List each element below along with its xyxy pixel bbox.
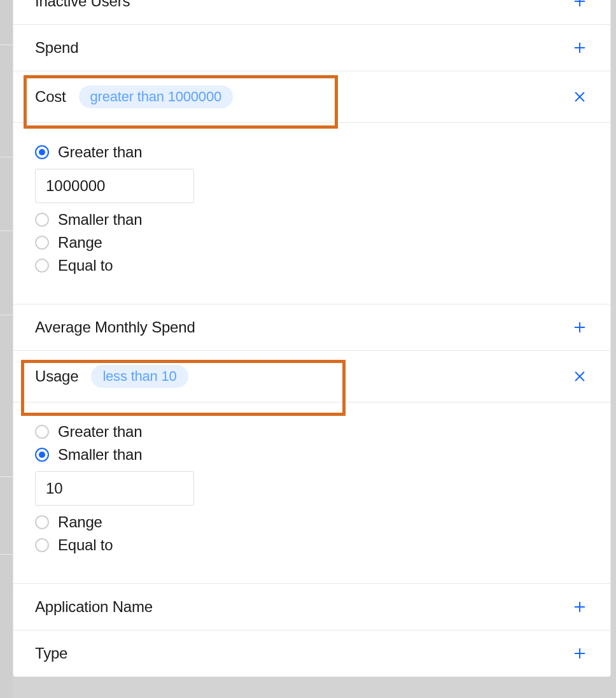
option-range[interactable]: Range	[35, 231, 589, 254]
filter-label: Inactive Users	[35, 0, 130, 10]
filter-row-type[interactable]: Type	[13, 630, 610, 676]
option-equal-to[interactable]: Equal to	[35, 534, 589, 557]
radio-icon[interactable]	[35, 425, 49, 439]
filter-options-usage: Greater than Smaller than Range Equal to	[13, 402, 610, 584]
option-smaller-than[interactable]: Smaller than	[35, 443, 589, 466]
option-greater-than[interactable]: Greater than	[35, 420, 589, 443]
radio-icon[interactable]	[35, 213, 49, 227]
radio-icon[interactable]	[35, 259, 49, 273]
radio-icon[interactable]	[35, 448, 49, 462]
filter-label: Spend	[35, 39, 78, 57]
option-label: Greater than	[58, 143, 142, 161]
filter-row-application-name[interactable]: Application Name	[13, 584, 610, 630]
filter-chip-usage[interactable]: less than 10	[91, 365, 188, 388]
filter-row-usage[interactable]: Usage less than 10	[13, 351, 610, 402]
close-icon[interactable]	[571, 88, 589, 106]
option-label: Greater than	[58, 423, 142, 441]
radio-icon[interactable]	[35, 515, 49, 529]
filter-label: Cost	[35, 88, 66, 106]
cost-value-input[interactable]	[35, 169, 194, 203]
filter-chip-cost[interactable]: greater than 1000000	[79, 85, 233, 108]
filter-label: Average Monthly Spend	[35, 318, 195, 336]
filter-options-cost: Greater than Smaller than Range Equal to	[13, 123, 610, 304]
add-icon[interactable]	[571, 0, 589, 10]
usage-value-input[interactable]	[35, 471, 194, 506]
option-label: Equal to	[58, 536, 113, 554]
filter-row-cost[interactable]: Cost greater than 1000000	[13, 71, 610, 123]
filter-label: Usage	[35, 367, 78, 385]
filter-label: Application Name	[35, 598, 153, 616]
filter-row-avg-monthly-spend[interactable]: Average Monthly Spend	[13, 304, 610, 351]
radio-icon[interactable]	[35, 538, 49, 552]
filters-panel: Inactive Users Spend Cost greater than 1…	[13, 0, 611, 677]
filter-row-inactive-users[interactable]: Inactive Users	[13, 0, 610, 25]
option-label: Smaller than	[58, 211, 142, 229]
option-greater-than[interactable]: Greater than	[35, 141, 589, 164]
option-smaller-than[interactable]: Smaller than	[35, 208, 589, 231]
option-equal-to[interactable]: Equal to	[35, 254, 589, 277]
add-icon[interactable]	[571, 598, 589, 616]
option-label: Range	[58, 513, 102, 531]
close-icon[interactable]	[571, 367, 589, 385]
filter-label: Type	[35, 645, 67, 662]
add-icon[interactable]	[571, 645, 589, 662]
filter-row-spend[interactable]: Spend	[13, 25, 610, 71]
background-gutter	[0, 0, 13, 698]
option-label: Range	[58, 234, 102, 252]
option-label: Smaller than	[58, 446, 142, 464]
radio-icon[interactable]	[35, 236, 49, 250]
add-icon[interactable]	[571, 39, 589, 57]
option-label: Equal to	[58, 257, 113, 274]
option-range[interactable]: Range	[35, 511, 589, 534]
add-icon[interactable]	[571, 318, 589, 336]
radio-icon[interactable]	[35, 145, 49, 159]
